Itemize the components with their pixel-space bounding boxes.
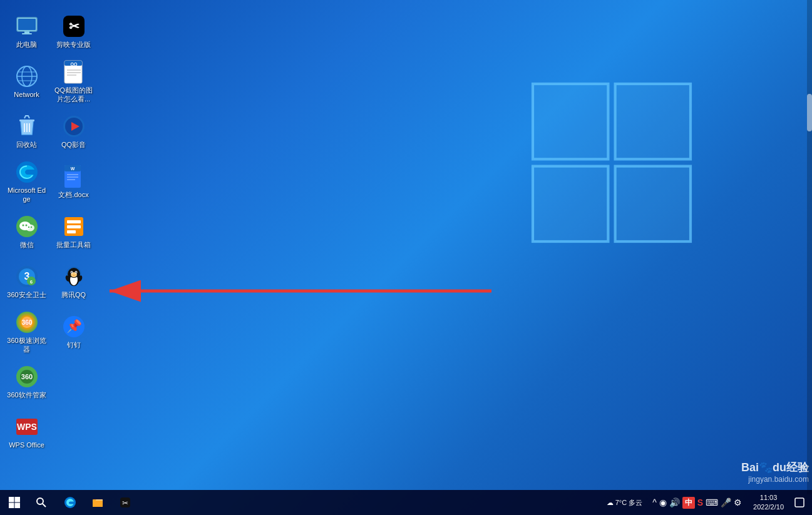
icon-360-software[interactable]: 360 360软件管家 bbox=[3, 357, 50, 407]
baidu-watermark: Bai🐾du经验 jingyan.baidu.com bbox=[741, 460, 809, 484]
baidu-logo: Bai🐾du经验 bbox=[741, 460, 809, 475]
360-software-label: 360软件管家 bbox=[7, 391, 46, 399]
icon-dingtalk[interactable]: 📌 钉钉 bbox=[50, 307, 97, 357]
svg-rect-47 bbox=[67, 220, 81, 223]
icon-tencent-qq[interactable]: 腾讯QQ bbox=[50, 257, 97, 307]
svg-point-42 bbox=[22, 224, 24, 226]
start-button[interactable] bbox=[0, 490, 28, 515]
icon-this-pc[interactable]: 此电脑 bbox=[3, 6, 50, 56]
icon-wps[interactable]: WPS WPS Office bbox=[3, 407, 50, 457]
taskbar-edge[interactable] bbox=[57, 490, 83, 515]
svg-text:6: 6 bbox=[29, 279, 33, 285]
svg-text:✂: ✂ bbox=[122, 499, 128, 507]
icon-recycle[interactable]: 回收站 bbox=[3, 106, 50, 156]
svg-point-63 bbox=[71, 272, 72, 273]
scrollbar-thumb[interactable] bbox=[807, 94, 812, 131]
wechat-icon bbox=[14, 214, 39, 239]
taskbar: ✂ ☁ 7°C 多云 ^ ◉ 🔊 中 S ⌨ 🎤 ⚙ bbox=[0, 490, 812, 515]
svg-rect-48 bbox=[67, 225, 81, 228]
icon-capcut[interactable]: ✂ 剪映专业版 bbox=[50, 6, 97, 56]
svg-text:WPS: WPS bbox=[17, 422, 37, 432]
edge-label: Microsoft Edge bbox=[6, 186, 48, 203]
icon-360-security[interactable]: 3 6 360安全卫士 bbox=[3, 257, 50, 307]
svg-rect-80 bbox=[14, 497, 20, 502]
clock-date: 2022/2/10 bbox=[753, 502, 784, 512]
tray-keyboard[interactable]: ⌨ bbox=[706, 497, 718, 507]
scrollbar[interactable] bbox=[807, 0, 812, 494]
docx-label: 文档.docx bbox=[58, 191, 88, 199]
weather-display[interactable]: ☁ 7°C 多云 bbox=[603, 498, 646, 507]
svg-rect-6 bbox=[533, 166, 608, 242]
windows-logo bbox=[524, 75, 699, 250]
baidu-url: jingyan.baidu.com bbox=[741, 475, 809, 484]
icon-edge[interactable]: Microsoft Edge bbox=[3, 156, 50, 207]
weather-icon: ☁ bbox=[607, 499, 614, 507]
qq-doc-icon: QQ bbox=[61, 59, 86, 84]
svg-rect-5 bbox=[615, 84, 691, 159]
notification-icon bbox=[794, 497, 804, 507]
svg-text:W: W bbox=[70, 166, 75, 171]
tencent-qq-icon bbox=[61, 264, 86, 289]
tray-mic[interactable]: 🎤 bbox=[721, 497, 731, 507]
icon-docx[interactable]: W 文档.docx bbox=[50, 156, 97, 207]
svg-point-85 bbox=[64, 497, 76, 508]
svg-rect-90 bbox=[795, 498, 804, 507]
tray-sogou[interactable]: S bbox=[697, 497, 703, 507]
svg-rect-79 bbox=[9, 497, 14, 502]
clock[interactable]: 11:03 2022/2/10 bbox=[748, 490, 789, 515]
capcut-taskbar-icon: ✂ bbox=[119, 496, 131, 509]
svg-point-64 bbox=[75, 272, 76, 273]
svg-rect-11 bbox=[22, 33, 32, 34]
recycle-label: 回收站 bbox=[16, 141, 37, 149]
taskbar-search[interactable] bbox=[28, 490, 54, 515]
dingtalk-icon: 📌 bbox=[61, 314, 86, 339]
desktop: 此电脑 ✂ 剪映专业版 bbox=[0, 0, 812, 515]
taskbar-explorer[interactable] bbox=[85, 490, 111, 515]
network-icon bbox=[14, 64, 39, 89]
icon-qq-player[interactable]: QQ影音 bbox=[50, 106, 97, 156]
svg-rect-4 bbox=[533, 84, 608, 159]
tray-ime[interactable]: 中 bbox=[682, 497, 695, 509]
svg-text:360: 360 bbox=[21, 373, 32, 380]
icon-360-browser[interactable]: 360 360极速浏览器 bbox=[3, 307, 50, 357]
search-icon bbox=[36, 497, 47, 508]
tray-chevron[interactable]: ^ bbox=[652, 497, 657, 507]
svg-rect-82 bbox=[14, 503, 20, 509]
icon-row-0: 此电脑 ✂ 剪映专业版 bbox=[3, 6, 97, 56]
svg-rect-10 bbox=[24, 31, 29, 33]
batch-tool-label: 批量工具箱 bbox=[56, 241, 91, 249]
recycle-icon bbox=[14, 114, 39, 139]
red-arrow bbox=[91, 269, 504, 319]
clock-time: 11:03 bbox=[760, 493, 778, 502]
weather-temp: 7°C bbox=[615, 499, 627, 506]
tray-network[interactable]: ◉ bbox=[659, 497, 667, 507]
svg-line-84 bbox=[43, 504, 46, 507]
tencent-qq-label: 腾讯QQ bbox=[61, 291, 86, 299]
notification-button[interactable] bbox=[790, 490, 809, 515]
360-browser-label: 360极速浏览器 bbox=[6, 337, 48, 353]
360-security-label: 360安全卫士 bbox=[7, 291, 46, 299]
icon-batch-tool[interactable]: 批量工具箱 bbox=[50, 207, 97, 257]
wps-label: WPS Office bbox=[9, 441, 44, 449]
docx-icon: W bbox=[61, 164, 86, 189]
taskbar-pinned: ✂ bbox=[54, 490, 141, 515]
start-icon bbox=[8, 496, 21, 509]
icon-row-1: Network QQ QQ截图的图片怎么看... bbox=[3, 56, 97, 106]
wechat-label: 微信 bbox=[20, 241, 34, 249]
taskbar-capcut[interactable]: ✂ bbox=[112, 490, 138, 515]
system-tray: ^ ◉ 🔊 中 S ⌨ 🎤 ⚙ bbox=[647, 490, 747, 515]
icon-row-7: 360 360软件管家 bbox=[3, 357, 97, 407]
tray-volume[interactable]: 🔊 bbox=[669, 497, 680, 507]
this-pc-label: 此电脑 bbox=[16, 41, 37, 49]
svg-point-44 bbox=[28, 227, 29, 228]
batch-tool-icon bbox=[61, 214, 86, 239]
svg-rect-81 bbox=[9, 503, 14, 509]
icon-network[interactable]: Network bbox=[3, 56, 50, 106]
svg-rect-25 bbox=[19, 120, 34, 121]
icon-qq-screenshot[interactable]: QQ QQ截图的图片怎么看... bbox=[50, 56, 97, 106]
icon-row-6: 360 360极速浏览器 📌 钉钉 bbox=[3, 307, 97, 357]
icon-row-3: Microsoft Edge W 文档.docx bbox=[3, 156, 97, 207]
taskbar-right: ☁ 7°C 多云 ^ ◉ 🔊 中 S ⌨ 🎤 ⚙ 11:03 2022/2/10 bbox=[603, 490, 812, 515]
tray-settings[interactable]: ⚙ bbox=[734, 497, 742, 507]
icon-wechat[interactable]: 微信 bbox=[3, 207, 50, 257]
